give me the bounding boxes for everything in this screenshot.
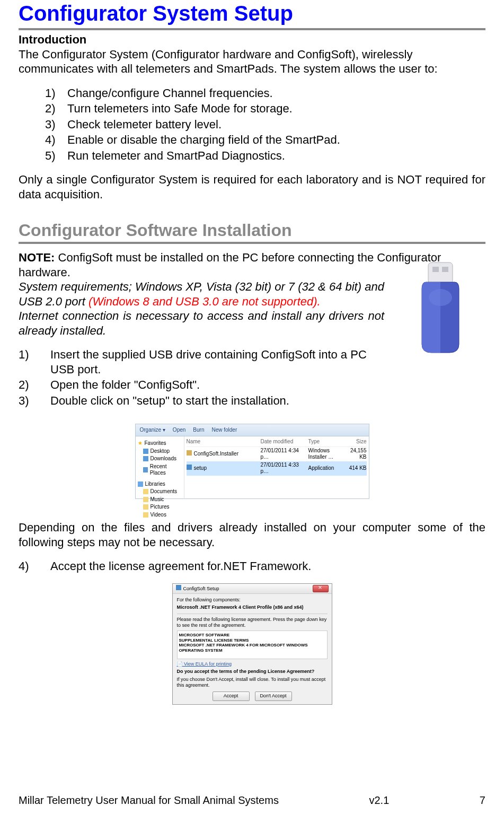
step-text: Accept the license agreement for.NET Fra… — [50, 559, 485, 574]
view-eula-link[interactable]: 📄 View EULA for printing — [177, 661, 328, 667]
step-text: Open the folder "ConfigSoft". — [50, 378, 485, 392]
step-number: 1) — [19, 347, 50, 377]
intro-heading: Introduction — [19, 32, 485, 47]
svg-rect-1 — [432, 267, 439, 272]
intro-para: The Configurator System (Configurator ha… — [19, 47, 485, 76]
installer-title-text: ConfigSoft Setup — [176, 585, 219, 592]
system-requirements: System requirements; Windows XP, Vista (… — [19, 279, 384, 309]
list-number: 3) — [45, 117, 67, 132]
col-type[interactable]: Type — [308, 439, 346, 445]
list-number: 1) — [45, 86, 67, 101]
list-item: Enable or disable the charging field of … — [67, 133, 340, 147]
license-line: MICROSOFT SOFTWARE — [179, 633, 325, 638]
explorer-toolbar: Organize ▾ Open Burn New folder — [136, 424, 369, 436]
nav-desktop[interactable]: Desktop — [138, 448, 182, 456]
close-icon[interactable] — [313, 585, 329, 592]
nav-music[interactable]: Music — [138, 496, 182, 504]
list-number: 4) — [45, 133, 67, 147]
installer-titlebar: ConfigSoft Setup — [173, 584, 332, 594]
accept-question: Do you accept the terms of the pending L… — [177, 669, 328, 675]
burn-button[interactable]: Burn — [193, 427, 204, 434]
installer-dialog: ConfigSoft Setup For the following compo… — [172, 583, 332, 705]
step-number: 3) — [19, 393, 50, 408]
footer-left: Millar Telemetry User Manual for Small A… — [19, 794, 279, 807]
application-icon — [187, 465, 192, 470]
step-number: 4) — [19, 559, 50, 574]
note-text: ConfigSoft must be installed on the PC b… — [19, 251, 441, 279]
step-number: 2) — [19, 378, 50, 392]
nav-favorites[interactable]: ★Favorites — [138, 440, 182, 448]
read-agreement-text: Please read the following license agreem… — [177, 617, 328, 629]
license-line: MICROSOFT .NET FRAMEWORK 4 FOR MICROSOFT… — [179, 643, 325, 653]
page-title: Configurator System Setup — [19, 0, 485, 30]
sysreq-internet: Internet connection is necessary to acce… — [19, 309, 384, 338]
list-item: Run telemeter and SmartPad Diagnostics. — [67, 148, 285, 163]
intro-closing: Only a single Configurator System is req… — [19, 172, 485, 202]
note-label: NOTE: — [19, 251, 55, 264]
for-components-label: For the following components: — [177, 597, 328, 603]
col-date[interactable]: Date modified — [261, 439, 308, 445]
usb-drive-icon — [395, 258, 485, 359]
nav-downloads[interactable]: Downloads — [138, 455, 182, 463]
explorer-window: Organize ▾ Open Burn New folder ★Favorit… — [135, 424, 369, 499]
list-item: Change/configure Channel frequencies. — [67, 86, 273, 101]
svg-rect-0 — [428, 262, 453, 284]
footer-right: 7 — [480, 794, 485, 807]
svg-point-3 — [429, 289, 452, 306]
install-heading: Configurator Software Installation — [19, 220, 485, 244]
component-name: Microsoft .NET Framework 4 Client Profil… — [177, 605, 328, 610]
dont-accept-note: If you choose Don't Accept, install will… — [177, 677, 328, 689]
license-line: SUPPLEMENTAL LICENSE TERMS — [179, 638, 325, 643]
list-number: 2) — [45, 101, 67, 116]
list-item: Turn telemeters into Safe Mode for stora… — [67, 101, 293, 116]
intro-list: 1)Change/configure Channel frequencies. … — [45, 86, 485, 163]
open-button[interactable]: Open — [173, 427, 185, 434]
depending-text: Depending on the files and drivers alrea… — [19, 520, 485, 549]
nav-recent[interactable]: Recent Places — [138, 463, 182, 477]
nav-libraries[interactable]: Libraries — [138, 480, 182, 488]
footer-center: v2.1 — [369, 794, 389, 807]
accept-button[interactable]: Accept — [213, 691, 250, 701]
col-name[interactable]: Name — [187, 439, 261, 445]
license-box[interactable]: MICROSOFT SOFTWARE SUPPLEMENTAL LICENSE … — [177, 631, 328, 659]
nav-documents[interactable]: Documents — [138, 488, 182, 496]
install-step-4: 4)Accept the license agreement for.NET F… — [19, 559, 485, 574]
file-row[interactable]: setup 27/01/2011 4:33 p… Application 414… — [187, 461, 367, 476]
files-header: Name Date modified Type Size — [187, 439, 367, 447]
organize-button[interactable]: Organize ▾ — [140, 427, 165, 434]
nav-videos[interactable]: Videos — [138, 511, 182, 519]
page-footer: Millar Telemetry User Manual for Small A… — [19, 794, 485, 807]
explorer-files: Name Date modified Type Size ConfigSoft.… — [184, 436, 369, 499]
newfolder-button[interactable]: New folder — [211, 427, 237, 434]
col-size[interactable]: Size — [346, 439, 367, 445]
svg-rect-2 — [442, 267, 448, 272]
file-row[interactable]: ConfigSoft.Installer 27/01/2011 4:34 p… … — [187, 447, 367, 461]
list-number: 5) — [45, 148, 67, 163]
step-text: Insert the supplied USB drive containing… — [50, 347, 390, 377]
step-text: Double click on "setup" to start the ins… — [50, 393, 485, 408]
sysreq-warning: (Windows 8 and USB 3.0 are not supported… — [89, 295, 321, 308]
nav-pictures[interactable]: Pictures — [138, 503, 182, 511]
list-item: Check telemeter battery level. — [67, 117, 222, 132]
dont-accept-button[interactable]: Don't Accept — [255, 691, 292, 701]
installer-icon — [187, 450, 192, 456]
explorer-nav: ★Favorites Desktop Downloads Recent Plac… — [136, 436, 184, 499]
